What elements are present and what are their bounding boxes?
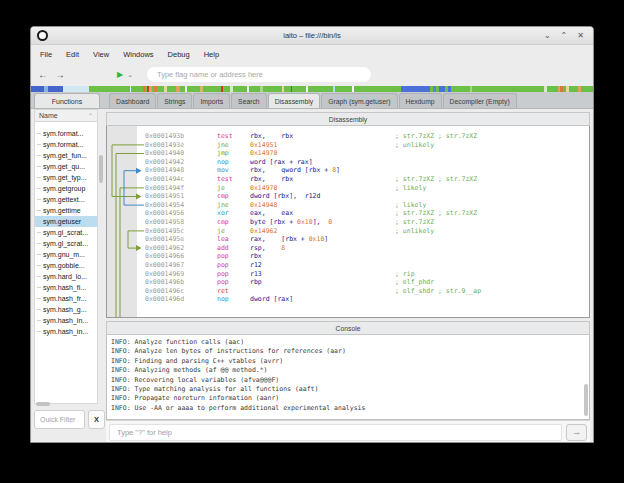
disasm-address: 0x00014956 [145, 209, 217, 218]
disasm-row[interactable]: 0x00014958cmpbyte [rbx + 0x10], 0; str.7… [145, 218, 589, 227]
memory-map-segment [547, 86, 558, 92]
function-list-item[interactable]: sym.gl_scrat... [35, 227, 97, 238]
menu-item-help[interactable]: Help [204, 50, 219, 59]
disasm-operand: rbx, rbx [250, 175, 293, 183]
quick-filter-input[interactable] [34, 410, 85, 429]
disasm-mnemonic: ret [217, 287, 250, 296]
tab-dashboard[interactable]: Dashboard [109, 93, 156, 108]
desktop: { "window": { "title": "iaito – file:///… [0, 0, 624, 483]
console-output[interactable]: INFO: Analyze function calls (aac)INFO: … [106, 335, 590, 420]
function-list-item[interactable]: sym.gettext... [35, 194, 97, 205]
disasm-row[interactable]: 0x0001493ejne0x14951; unlikely [145, 141, 589, 150]
disassembly-panel-header[interactable]: Disassembly [106, 112, 590, 126]
function-list-item[interactable]: sym.getgroup [35, 183, 97, 194]
minimize-icon[interactable]: ⌄ [544, 32, 551, 40]
disasm-row[interactable]: 0x0001494ctestrbx, rbx; str.7zXZ ; str.7… [145, 175, 589, 184]
function-list-item[interactable]: sym.hard_lo... [35, 271, 97, 282]
tab-search[interactable]: Search [231, 93, 267, 108]
disasm-row[interactable]: 0x00014942nopword [rax + rax] [145, 158, 589, 167]
function-list-item[interactable]: sym.format... [35, 139, 97, 150]
tab-decompiler-empty[interactable]: Decompiler (Empty) [443, 93, 517, 108]
disasm-operand: ], [313, 218, 329, 226]
menu-item-debug[interactable]: Debug [168, 50, 190, 59]
disasm-operand: ] [336, 166, 340, 174]
disasm-row[interactable]: 0x0001495cje0x14962; unlikely [145, 227, 589, 236]
menu-item-edit[interactable]: Edit [66, 50, 79, 59]
maximize-icon[interactable]: ⌃ [561, 32, 568, 40]
disasm-row[interactable]: 0x00014956xoreax, eax; str.7zXZ ; str.7z… [145, 209, 589, 218]
tab-functions[interactable]: Functions [34, 93, 100, 108]
disasm-address: 0x0001493b [145, 132, 217, 141]
disasm-operand: 0x14970 [250, 149, 277, 157]
disasm-mnemonic: lea [217, 235, 250, 244]
console-panel-header[interactable]: Console [106, 321, 590, 335]
disasm-row[interactable]: 0x00014967popr12 [145, 261, 589, 270]
menu-item-windows[interactable]: Windows [123, 50, 153, 59]
titlebar[interactable]: iaito – file:///bin/ls ⌄ ⌃ ✕ [31, 27, 593, 45]
console-line: INFO: Analyzing methods (af @@ method.*) [107, 366, 589, 375]
play-icon[interactable]: ▶ [117, 70, 123, 79]
disasm-row[interactable]: 0x00014954jne0x14948; likely [145, 201, 589, 210]
tab-disassembly[interactable]: Disassembly [268, 93, 321, 108]
quick-filter-clear-button[interactable]: X [88, 410, 105, 429]
function-list-item[interactable]: sym.gl_scrat... [35, 238, 97, 249]
disasm-row[interactable]: 0x00014951cmpdword [rbx], r12d [145, 192, 589, 201]
disasm-row[interactable]: 0x00014962addrsp, 8 [145, 244, 589, 253]
function-list-item[interactable]: sym.hash_in... [35, 315, 97, 326]
functions-sidebar: Name ⌃ sym.format...sym.format...sym.get… [31, 109, 105, 443]
console-input[interactable] [109, 424, 562, 441]
function-list-item[interactable]: sym.get_typ... [35, 172, 97, 183]
close-icon[interactable]: ✕ [577, 32, 584, 40]
menu-item-view[interactable]: View [93, 50, 109, 59]
tab-imports[interactable]: Imports [193, 93, 230, 108]
function-list-item[interactable]: sym.gnu_m... [35, 249, 97, 260]
functions-name-header[interactable]: Name ⌃ [34, 109, 98, 122]
disasm-operand: rbx [250, 252, 262, 260]
console-scrollbar[interactable] [584, 384, 588, 416]
memory-map-strip[interactable] [31, 86, 593, 92]
disasm-row[interactable]: 0x0001493btestrbx, rbx; str.7zXZ ; str.7… [145, 132, 589, 141]
search-input[interactable] [147, 67, 371, 82]
console-send-button[interactable]: → [566, 424, 587, 441]
function-list-item[interactable]: sym.getuser [35, 216, 97, 227]
disasm-row[interactable]: 0x00014966poprbx [145, 252, 589, 261]
disasm-address: 0x0001494f [145, 184, 217, 193]
disasm-row[interactable]: 0x0001494fje0x14970; likely [145, 184, 589, 193]
function-list-item[interactable]: sym.gobble... [35, 260, 97, 271]
memory-map-segment [89, 86, 130, 92]
disasm-row[interactable]: 0x0001496dnopdword [rax] [145, 295, 589, 304]
disasm-mnemonic: pop [217, 278, 250, 287]
sort-asc-icon: ⌃ [88, 112, 93, 119]
function-list-item[interactable]: sym.get_fun... [35, 150, 97, 161]
disasm-row[interactable]: 0x00014969popr13; rip [145, 270, 589, 279]
menu-item-file[interactable]: File [40, 50, 52, 59]
function-list-item[interactable]: sym.hash_in... [35, 326, 97, 337]
function-list-item[interactable]: sym.gettime [35, 205, 97, 216]
back-icon[interactable]: ← [38, 70, 48, 80]
functions-scrollbar[interactable] [99, 155, 103, 183]
functions-hscrollbar[interactable] [36, 402, 50, 406]
disasm-address: 0x0001496b [145, 278, 217, 287]
memory-map-segment [48, 86, 63, 92]
disasm-operand: word [rax + rax] [250, 158, 313, 166]
disasm-row[interactable]: 0x0001495elearax, [rbx + 0x10] [145, 235, 589, 244]
function-list-item[interactable]: sym.hash_g... [35, 304, 97, 315]
function-list-item[interactable]: sym.hash_fr... [35, 293, 97, 304]
function-list-item[interactable]: sym.get_qu... [35, 161, 97, 172]
disasm-row[interactable]: 0x00014940jmp0x14970 [145, 149, 589, 158]
disasm-comment: ; rip [395, 270, 415, 279]
tab-strings[interactable]: Strings [157, 93, 192, 108]
chevron-down-icon[interactable]: ⌄ [127, 71, 133, 79]
disasm-row[interactable]: 0x00014948movrbx, qword [rbx + 8] [145, 166, 589, 175]
function-list-item[interactable]: sym.format... [35, 128, 97, 139]
memory-map-segment [187, 86, 200, 92]
disassembly-view[interactable]: 0x0001493btestrbx, rbx; str.7zXZ ; str.7… [106, 126, 590, 318]
tab-graph-sym-getuser[interactable]: Graph (sym.getuser) [321, 93, 397, 108]
function-list-item[interactable]: sym.hash_fi... [35, 282, 97, 293]
disasm-comment: ; likely [395, 201, 426, 210]
disasm-row[interactable]: 0x0001496cret; elf_shdr ; str.9__ap [145, 287, 589, 296]
disasm-row[interactable]: 0x0001496bpoprbp; elf_phdr [145, 278, 589, 287]
forward-icon[interactable]: → [55, 70, 65, 80]
tab-hexdump[interactable]: Hexdump [399, 93, 442, 108]
console-line: INFO: Use -AA or aaaa to perform additio… [107, 404, 589, 413]
